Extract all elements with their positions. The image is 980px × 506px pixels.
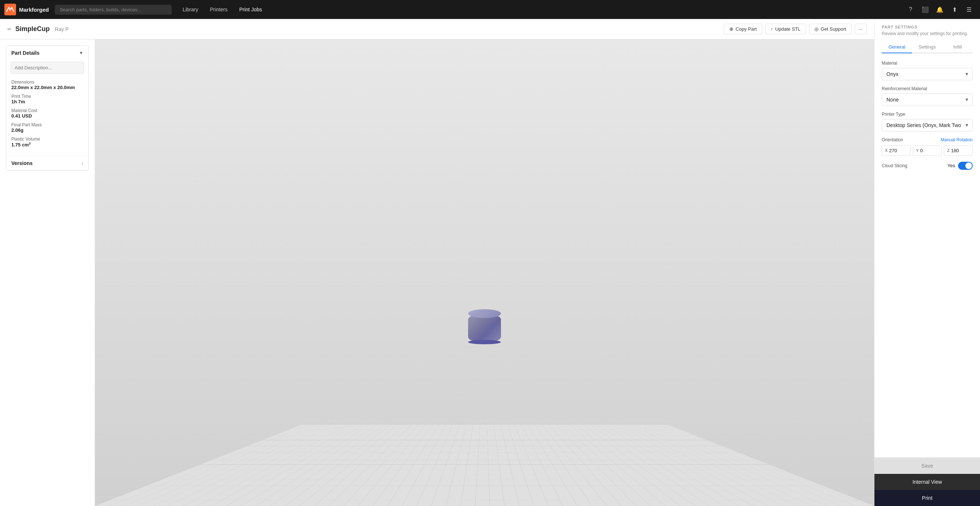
notifications-icon[interactable]: 🔔 xyxy=(933,3,947,16)
panel-subtitle: Review and modify your settings for prin… xyxy=(882,31,973,37)
internal-view-button[interactable]: Internal View xyxy=(874,474,980,490)
nav-library[interactable]: Library xyxy=(178,5,204,14)
material-cost-row: Material Cost 0.41 USD xyxy=(11,108,83,119)
panel-body: Material Onyx ▼ Reinforcement Material N… xyxy=(874,55,980,457)
orient-y-field: Y xyxy=(913,145,942,156)
printer-type-select-wrapper: Desktop Series (Onyx, Mark Two) ▼ xyxy=(882,119,973,132)
material-field-label: Material xyxy=(882,60,973,66)
cloud-slicing-value: Yes xyxy=(948,163,955,168)
get-support-button[interactable]: ◎ Get Support xyxy=(809,24,852,34)
more-button[interactable]: ··· xyxy=(855,24,867,34)
part-details-title: Part Details xyxy=(11,50,40,56)
versions-label: Versions xyxy=(11,160,32,166)
dimensions-row: Dimensions 22.0mm x 22.0mm x 20.0mm xyxy=(11,79,83,90)
top-nav: Markforged Library Printers Print Jobs ?… xyxy=(0,0,980,19)
cloud-slicing-toggle[interactable] xyxy=(958,162,973,170)
printer-type-select[interactable]: Desktop Series (Onyx, Mark Two) xyxy=(882,119,973,132)
right-panel: PART SETTINGS Review and modify your set… xyxy=(874,19,980,506)
nav-print-jobs[interactable]: Print Jobs xyxy=(234,5,267,14)
print-time-row: Print Time 1h 7m xyxy=(11,94,83,105)
nav-links: Library Printers Print Jobs xyxy=(178,5,267,14)
part-details-section: Part Details ▼ Dimensions 22.0mm x 22.0m… xyxy=(6,45,89,171)
section-toggle-icon: ▼ xyxy=(79,51,83,56)
final-part-mass-value: 2.06g xyxy=(11,127,83,133)
sidebar: Part Details ▼ Dimensions 22.0mm x 22.0m… xyxy=(0,40,95,506)
nav-printers[interactable]: Printers xyxy=(205,5,232,14)
dimensions-label: Dimensions xyxy=(11,79,83,85)
orient-y-input[interactable] xyxy=(920,148,939,153)
main-area: ✏ SimpleCup Ray P ⊕ Copy Part ↑ Update S… xyxy=(0,19,874,506)
orient-z-input[interactable] xyxy=(951,148,969,153)
plastic-volume-row: Plastic Volume 1.75 cm3 xyxy=(11,136,83,148)
part-details-header[interactable]: Part Details ▼ xyxy=(6,46,88,60)
help-icon[interactable]: ? xyxy=(904,3,917,16)
plastic-volume-label: Plastic Volume xyxy=(11,136,83,142)
material-cost-value: 0.41 USD xyxy=(11,113,83,119)
markforged-logo xyxy=(5,4,16,15)
nav-icons: ? ⬛ 🔔 ⬆ ☰ xyxy=(904,3,975,16)
final-part-mass-row: Final Part Mass 2.06g xyxy=(11,122,83,133)
info-rows: Dimensions 22.0mm x 22.0mm x 20.0mm Prin… xyxy=(6,78,88,155)
copy-part-label: Copy Part xyxy=(735,26,757,32)
tab-settings[interactable]: Settings xyxy=(912,41,942,53)
part-owner: Ray P xyxy=(55,26,69,32)
dimensions-value: 22.0mm x 22.0mm x 20.0mm xyxy=(11,85,83,90)
tab-general[interactable]: General xyxy=(882,41,912,53)
reinforcement-field-label: Reinforcement Material xyxy=(882,86,973,91)
menu-icon[interactable]: ☰ xyxy=(963,3,975,16)
reinforcement-select[interactable]: None xyxy=(882,94,973,106)
update-stl-button[interactable]: ↑ Update STL xyxy=(765,24,806,34)
print-button[interactable]: Print xyxy=(874,490,980,506)
save-button[interactable]: Save xyxy=(874,458,980,474)
cylinder-model xyxy=(468,314,501,343)
cloud-slicing-right: Yes xyxy=(948,162,973,170)
panel-header: PART SETTINGS Review and modify your set… xyxy=(874,19,980,55)
part-header: ✏ SimpleCup Ray P ⊕ Copy Part ↑ Update S… xyxy=(0,19,874,40)
content-area: ✏ SimpleCup Ray P ⊕ Copy Part ↑ Update S… xyxy=(0,19,980,506)
cloud-slicing-label: Cloud Slicing xyxy=(882,163,907,168)
logo: Markforged xyxy=(5,4,49,15)
orientation-label: Orientation xyxy=(882,137,903,143)
orient-x-axis-label: X xyxy=(885,148,888,152)
description-input[interactable] xyxy=(11,62,84,74)
tab-infill[interactable]: Infill xyxy=(942,41,973,53)
panel-footer: Save Internal View Print xyxy=(874,457,980,506)
search-input[interactable] xyxy=(55,5,172,14)
plastic-volume-value: 1.75 cm3 xyxy=(11,142,83,148)
orient-z-field: Z xyxy=(944,145,973,156)
orient-x-field: X xyxy=(882,145,911,156)
orientation-inputs: X Y Z xyxy=(882,145,973,156)
orient-y-axis-label: Y xyxy=(916,148,919,152)
reinforcement-select-wrapper: None ▼ xyxy=(882,94,973,106)
manual-rotation-link[interactable]: Manual Rotation xyxy=(941,137,973,143)
part-3d xyxy=(468,314,501,343)
copy-part-button[interactable]: ⊕ Copy Part xyxy=(724,24,762,34)
body-split: Part Details ▼ Dimensions 22.0mm x 22.0m… xyxy=(0,40,874,506)
versions-row[interactable]: Versions › xyxy=(6,155,88,170)
cloud-slicing-row: Cloud Slicing Yes xyxy=(882,162,973,170)
orient-x-input[interactable] xyxy=(889,148,907,153)
get-support-icon: ◎ xyxy=(815,26,818,32)
material-select[interactable]: Onyx xyxy=(882,68,973,80)
print-time-value: 1h 7m xyxy=(11,99,83,105)
update-stl-icon: ↑ xyxy=(771,26,773,32)
toggle-knob xyxy=(966,162,972,169)
monitor-icon[interactable]: ⬛ xyxy=(919,3,932,16)
upload-icon[interactable]: ⬆ xyxy=(948,3,961,16)
part-title: SimpleCup xyxy=(15,25,50,33)
update-stl-label: Update STL xyxy=(775,26,800,32)
grid-floor xyxy=(95,425,874,506)
edit-icon: ✏ xyxy=(7,26,12,32)
part-title-area: ✏ SimpleCup Ray P xyxy=(7,25,69,33)
material-select-wrapper: Onyx ▼ xyxy=(882,68,973,80)
material-cost-label: Material Cost xyxy=(11,108,83,113)
header-actions: ⊕ Copy Part ↑ Update STL ◎ Get Support ·… xyxy=(724,24,867,34)
logo-text: Markforged xyxy=(19,6,49,13)
get-support-label: Get Support xyxy=(821,26,846,32)
panel-tabs: General Settings Infill xyxy=(882,41,973,53)
panel-section-title: PART SETTINGS xyxy=(882,25,973,29)
versions-arrow-icon: › xyxy=(81,160,83,166)
viewport[interactable] xyxy=(95,40,874,506)
orientation-row: Orientation Manual Rotation xyxy=(882,137,973,143)
copy-part-icon: ⊕ xyxy=(729,26,733,32)
